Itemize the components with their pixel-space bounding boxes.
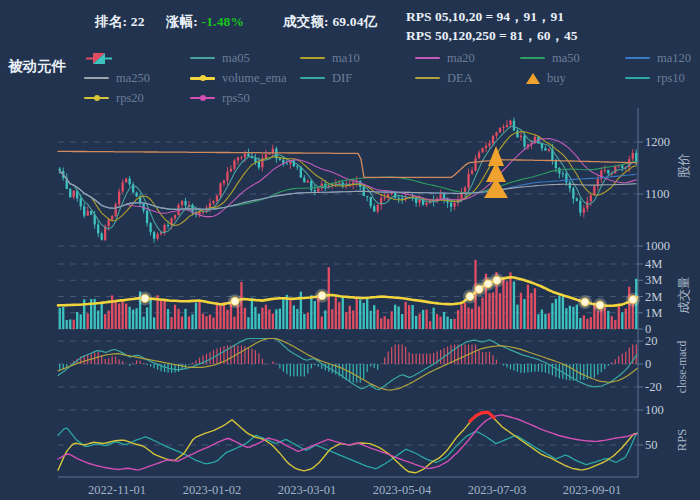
legend-label: ma20 [447, 51, 475, 66]
legend-dot [200, 75, 206, 81]
stock-chart-app: 排名: 22 涨幅: -1.48% 成交额: 69.04亿 RPS 05,10,… [0, 0, 700, 500]
legend-item-kline[interactable] [84, 48, 190, 68]
board-title: 被动元件 [8, 57, 66, 76]
volume-tick-1M: 1M [645, 305, 662, 321]
volume-tick-3M: 3M [645, 272, 662, 288]
price-tick-1200: 1200 [645, 134, 670, 150]
turnover-value: 69.04亿 [332, 14, 377, 29]
price-tick-1000: 1000 [645, 238, 670, 254]
legend-item-rps10[interactable]: rps10 [625, 68, 696, 88]
legend-label: rps50 [222, 91, 250, 106]
volume-tick-2M: 2M [645, 289, 662, 305]
legend-label: DEA [447, 71, 473, 86]
x-axis-date-2023-09-01: 2023-09-01 [563, 483, 621, 498]
price-axis-name: 股价 [676, 154, 693, 179]
legend-item-buy[interactable]: buy [520, 68, 625, 88]
change-label: 涨幅: [166, 14, 198, 29]
ref-line [58, 151, 637, 177]
volume-ema-dots [138, 273, 640, 312]
rps-axis-name: RPS [675, 429, 690, 451]
macd-tick-0: 0 [645, 356, 651, 372]
legend-label: DIF [332, 71, 352, 86]
rps20-line [58, 412, 637, 473]
buy-triangle-icon [526, 73, 540, 84]
legend-label: ma10 [332, 51, 360, 66]
legend-item-ma05[interactable]: ma05 [190, 48, 300, 68]
legend-line-swatch [415, 77, 440, 79]
legend-line-swatch [190, 57, 215, 59]
legend-item-DIF[interactable]: DIF [300, 68, 415, 88]
legend-line-swatch [625, 57, 650, 59]
macd-tick-20: 20 [645, 333, 658, 349]
legend-label: ma50 [552, 51, 580, 66]
legend-label: ma05 [222, 51, 250, 66]
turnover-label: 成交额: [283, 14, 329, 29]
rps-tick-50: 50 [645, 437, 658, 453]
legend-label: buy [547, 71, 566, 86]
macd-axis-name: close-macd [676, 341, 688, 393]
rank-value: 22 [131, 14, 145, 29]
legend-item-ma250[interactable]: ma250 [84, 68, 190, 88]
legend-item-rps20[interactable]: rps20 [84, 88, 190, 108]
legend-line-swatch [190, 97, 215, 99]
kline-legend-icon [84, 52, 114, 65]
legend-item-ma50[interactable]: ma50 [520, 48, 625, 68]
x-axis-date-2023-07-03: 2023-07-03 [468, 483, 526, 498]
rank-label: 排名: [95, 14, 127, 29]
legend-dot [200, 95, 206, 101]
price-tick-1100: 1100 [645, 186, 670, 202]
legend-line-swatch [415, 57, 440, 59]
legend-line-swatch [84, 97, 109, 99]
legend-dot [94, 95, 100, 101]
rps-summary: RPS 05,10,20 = 94，91，91 RPS 50,120,250 =… [406, 7, 578, 45]
legend-item-ma20[interactable]: ma20 [415, 48, 520, 68]
legend-line-swatch [300, 77, 325, 79]
legend-item-DEA[interactable]: DEA [415, 68, 520, 88]
legend-label: ma250 [116, 71, 150, 86]
x-axis-date-2023-05-04: 2023-05-04 [373, 483, 431, 498]
legend-line-swatch [190, 77, 215, 80]
x-axis-date-2023-03-01: 2023-03-01 [278, 483, 336, 498]
rps-summary-line1: RPS 05,10,20 = 94，91，91 [406, 7, 578, 26]
rps50-line [58, 415, 637, 470]
legend-label: ma120 [657, 51, 691, 66]
x-axis-date-2022-11-01: 2022-11-01 [88, 483, 146, 498]
change-value: -1.48% [201, 14, 244, 29]
chart-legend: ma05ma10ma20ma50ma120ma250volume_emaDIFD… [84, 48, 696, 108]
legend-label: volume_ema [222, 71, 287, 86]
legend-item-volume_ema[interactable]: volume_ema [190, 68, 300, 88]
rps-highlight-segment [470, 412, 494, 421]
legend-item-ma10[interactable]: ma10 [300, 48, 415, 68]
volume-tick-4M: 4M [645, 256, 662, 272]
legend-label: rps20 [116, 91, 144, 106]
legend-line-swatch [520, 57, 545, 59]
x-axis-date-2023-01-02: 2023-01-02 [183, 483, 241, 498]
legend-line-swatch [625, 77, 650, 79]
header-stats: 排名: 22 涨幅: -1.48% 成交额: 69.04亿 [95, 13, 377, 31]
volume-axis-name: 成交量 [676, 276, 693, 314]
macd-tick--20: -20 [645, 379, 662, 395]
rps-summary-line2: RPS 50,120,250 = 81，60，45 [406, 26, 578, 45]
legend-line-swatch [300, 57, 325, 59]
legend-item-rps50[interactable]: rps50 [190, 88, 300, 108]
legend-label: rps10 [657, 71, 685, 86]
rps10-line [58, 428, 637, 469]
rps-tick-100: 100 [645, 402, 664, 418]
legend-item-ma120[interactable]: ma120 [625, 48, 696, 68]
legend-line-swatch [84, 77, 109, 79]
ma250-line [60, 171, 637, 209]
